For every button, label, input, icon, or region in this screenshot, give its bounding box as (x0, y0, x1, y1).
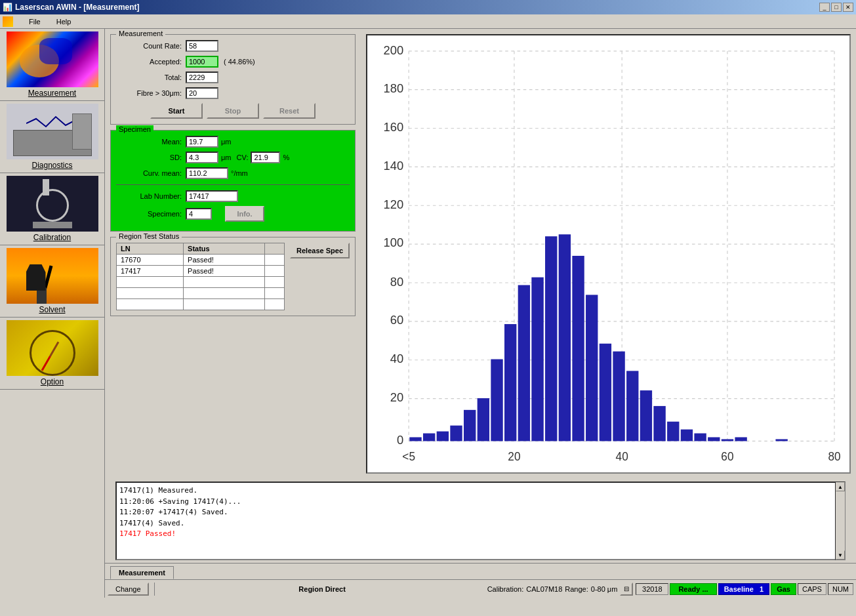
count-rate-input[interactable] (186, 40, 218, 52)
region-test-label: Region Test Status (116, 232, 182, 240)
svg-rect-48 (613, 352, 624, 441)
svg-rect-34 (423, 434, 435, 441)
calibration-label: Calibration: (487, 585, 524, 593)
caps-indicator: CAPS (798, 583, 826, 595)
svg-rect-50 (640, 390, 652, 441)
svg-text:100: 100 (383, 236, 403, 249)
left-panel: Measurement Count Rate: Accepted: ( 44.8… (105, 29, 361, 479)
row-ln-1: 17670 (117, 255, 184, 266)
mean-row: Mean: μm (116, 136, 350, 148)
baseline-indicator: Baseline 1 (718, 583, 770, 595)
control-buttons: Start Stop Reset (116, 103, 350, 119)
svg-rect-49 (626, 371, 638, 441)
curv-input[interactable] (186, 167, 228, 179)
cv-input[interactable] (251, 152, 280, 163)
lab-number-input[interactable] (186, 190, 238, 202)
total-input[interactable] (186, 72, 218, 83)
accepted-percent: ( 44.86%) (224, 58, 255, 66)
col-ln: LN (117, 243, 184, 255)
log-scrollbar[interactable]: ▲ ▼ (835, 482, 846, 560)
sd-label: SD: (116, 154, 182, 161)
fibre-row: Fibre > 30μm: (116, 87, 350, 99)
scroll-down-button[interactable]: ▼ (836, 550, 845, 560)
content-area: Measurement Count Rate: Accepted: ( 44.8… (105, 29, 856, 598)
svg-text:180: 180 (383, 81, 403, 95)
change-button[interactable]: Change (108, 583, 149, 596)
tab-bar: Measurement (105, 563, 856, 579)
sidebar-item-solvent[interactable]: Solvent (0, 245, 104, 318)
file-menu[interactable]: File (26, 16, 43, 27)
minimize-button[interactable]: _ (819, 3, 830, 12)
svg-text:<5: <5 (402, 450, 415, 463)
lab-section: Lab Number: Specimen: Info. (116, 184, 350, 222)
maximize-button[interactable]: □ (831, 3, 842, 12)
curv-unit: °/mm (231, 169, 248, 177)
cv-unit: % (283, 154, 289, 161)
specimen-label: Specimen: (116, 210, 182, 218)
help-menu[interactable]: Help (54, 16, 74, 27)
svg-rect-39 (491, 359, 502, 441)
svg-text:40: 40 (616, 450, 628, 463)
sidebar-solvent-label: Solvent (39, 305, 65, 314)
range-value: 0-80 μm (591, 585, 618, 593)
sidebar-item-calibration[interactable]: Calibration (0, 173, 104, 245)
title-bar: 📊 Laserscan AWIN - [Measurement] _ □ ✕ (0, 0, 856, 14)
table-row: 17417 Passed! (117, 266, 285, 277)
close-button[interactable]: ✕ (843, 3, 853, 12)
sidebar-item-option[interactable]: Option (0, 318, 104, 390)
svg-rect-43 (545, 236, 557, 441)
svg-rect-40 (504, 324, 516, 441)
col-empty (264, 243, 284, 255)
svg-rect-55 (708, 437, 720, 441)
svg-rect-33 (409, 437, 421, 441)
row-empty-2 (264, 266, 284, 277)
sidebar-item-measurement[interactable]: Measurement (0, 29, 104, 101)
range-label: Range: (565, 585, 588, 593)
sidebar-diagnostics-label: Diagnostics (31, 161, 72, 170)
gas-indicator: Gas (771, 583, 796, 595)
svg-rect-42 (531, 277, 543, 441)
sidebar-item-diagnostics[interactable]: Diagnostics (0, 101, 104, 173)
sd-input[interactable] (186, 152, 218, 163)
specimen-input[interactable] (186, 208, 212, 220)
specimen-row: Specimen: Info. (116, 206, 350, 222)
svg-rect-47 (600, 344, 611, 441)
export-button[interactable]: ⊟ (620, 583, 633, 596)
bottom-status-indicators: 32018 Ready ... Baseline 1 Gas CAPS NUM (636, 583, 853, 595)
region-table: LN Status 17670 Passed! (116, 243, 285, 310)
svg-text:20: 20 (508, 450, 520, 463)
svg-rect-41 (518, 285, 530, 441)
tab-measurement[interactable]: Measurement (110, 566, 174, 579)
change-button-label: Change (115, 585, 141, 593)
app-icon: 📊 (3, 3, 12, 12)
cv-label: CV: (237, 154, 249, 161)
total-label: Total: (116, 73, 182, 81)
window-title: Laserscan AWIN - [Measurement] (15, 3, 140, 12)
log-line-2: 11:20:06 +Saving 17417(4)... (119, 497, 831, 508)
accepted-input[interactable] (186, 56, 218, 68)
count-rate-label: Count Rate: (116, 42, 182, 50)
stop-button[interactable]: Stop (207, 103, 259, 119)
scroll-up-button[interactable]: ▲ (836, 482, 845, 491)
tab-measurement-label: Measurement (119, 569, 165, 577)
reset-button[interactable]: Reset (263, 103, 316, 119)
curv-row: Curv. mean: °/mm (116, 167, 350, 179)
info-button[interactable]: Info. (225, 206, 264, 222)
mean-input[interactable] (186, 136, 218, 148)
start-button[interactable]: Start (150, 103, 203, 119)
fibre-input[interactable] (186, 87, 218, 99)
total-row: Total: (116, 72, 350, 83)
status-number: 32018 (636, 583, 668, 595)
num-indicator: NUM (828, 583, 853, 595)
svg-rect-37 (464, 410, 476, 441)
chart-area: 200 180 160 140 120 100 80 60 40 20 0 <5… (361, 29, 856, 479)
svg-rect-44 (559, 234, 571, 441)
histogram-chart: 200 180 160 140 120 100 80 60 40 20 0 <5… (366, 34, 851, 474)
svg-rect-52 (667, 422, 679, 441)
row-status-2: Passed! (184, 266, 265, 277)
calibration-info: Calibration: CAL07M18 Range: 0-80 μm ⊟ (487, 583, 634, 596)
log-output: 17417(1) Measured. 11:20:06 +Saving 1741… (115, 482, 846, 560)
specimen-group: Specimen Mean: μm SD: μm CV: % (110, 130, 356, 232)
accepted-label: Accepted: (116, 58, 182, 66)
release-spec-button[interactable]: Release Spec (290, 243, 350, 258)
